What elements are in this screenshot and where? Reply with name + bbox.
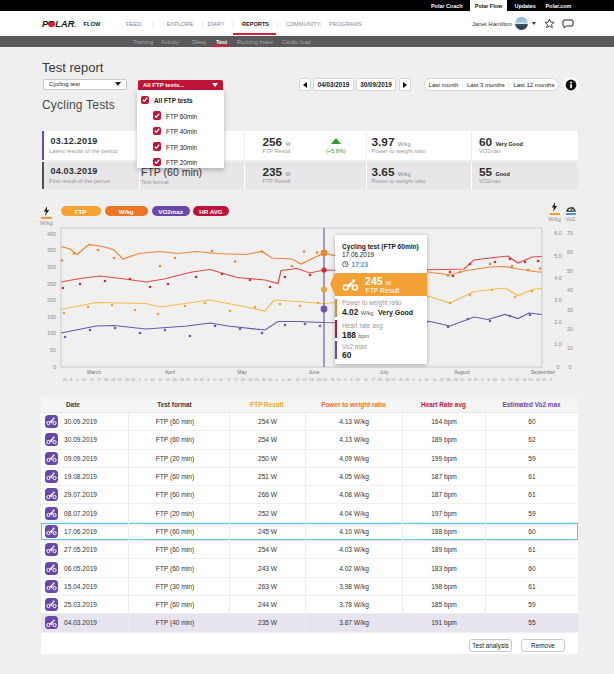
svg-text:4 - 10: 4 - 10 <box>487 378 497 382</box>
svg-text:25 - 3: 25 - 3 <box>63 378 73 382</box>
svg-text:350: 350 <box>47 247 56 253</box>
svg-text:50: 50 <box>567 268 573 274</box>
svg-text:18 - 24: 18 - 24 <box>309 378 321 382</box>
svg-text:11 - 17: 11 - 17 <box>90 378 102 382</box>
svg-text:11 - 17: 11 - 17 <box>227 378 239 382</box>
svg-text:25 - 31: 25 - 31 <box>528 378 540 382</box>
svg-text:11 - 17: 11 - 17 <box>295 378 307 382</box>
svg-text:25 - 3: 25 - 3 <box>542 378 552 382</box>
svg-text:400: 400 <box>47 231 56 237</box>
svg-text:25 - 31: 25 - 31 <box>186 378 198 382</box>
svg-text:2.0: 2.0 <box>554 319 562 325</box>
svg-text:July: July <box>380 369 389 375</box>
svg-text:4 - 10: 4 - 10 <box>282 378 292 382</box>
svg-text:0: 0 <box>53 364 56 370</box>
svg-text:1.0: 1.0 <box>554 341 562 347</box>
svg-text:30: 30 <box>567 307 573 313</box>
svg-text:25 - 3: 25 - 3 <box>405 378 415 382</box>
svg-text:18 - 24: 18 - 24 <box>104 378 116 382</box>
svg-text:June: June <box>309 369 320 375</box>
svg-text:11 - 17: 11 - 17 <box>501 378 513 382</box>
svg-text:August: August <box>454 369 470 375</box>
svg-text:25 - 31: 25 - 31 <box>460 378 472 382</box>
svg-text:40: 40 <box>567 287 573 293</box>
svg-text:11 - 17: 11 - 17 <box>432 378 444 382</box>
svg-text:3.0: 3.0 <box>554 297 562 303</box>
svg-text:300: 300 <box>47 264 56 270</box>
svg-text:25 - 3: 25 - 3 <box>200 378 210 382</box>
svg-text:25 - 3: 25 - 3 <box>474 378 484 382</box>
svg-text:4 - 10: 4 - 10 <box>350 378 360 382</box>
svg-text:70: 70 <box>567 230 573 236</box>
svg-text:11 - 17: 11 - 17 <box>364 378 376 382</box>
svg-text:25 - 31: 25 - 31 <box>254 378 266 382</box>
svg-text:200: 200 <box>47 297 56 303</box>
svg-text:150: 150 <box>47 314 56 320</box>
svg-text:4 - 10: 4 - 10 <box>76 378 86 382</box>
svg-text:5.0: 5.0 <box>554 253 562 259</box>
svg-text:50: 50 <box>50 347 56 353</box>
svg-text:18 - 24: 18 - 24 <box>172 378 184 382</box>
svg-text:4 - 10: 4 - 10 <box>419 378 429 382</box>
svg-text:25 - 31: 25 - 31 <box>323 378 335 382</box>
svg-text:May: May <box>237 369 247 375</box>
svg-text:September: September <box>531 369 556 375</box>
svg-text:60: 60 <box>567 249 573 255</box>
svg-text:25 - 3: 25 - 3 <box>337 378 347 382</box>
svg-text:April: April <box>165 369 175 375</box>
svg-text:10: 10 <box>567 345 573 351</box>
svg-text:18 - 24: 18 - 24 <box>446 378 458 382</box>
svg-text:11 - 17: 11 - 17 <box>158 378 170 382</box>
svg-text:250: 250 <box>47 281 56 287</box>
svg-text:18 - 24: 18 - 24 <box>515 378 527 382</box>
svg-text:4.0: 4.0 <box>554 275 562 281</box>
svg-text:18 - 24: 18 - 24 <box>241 378 253 382</box>
svg-text:4 - 10: 4 - 10 <box>145 378 155 382</box>
svg-text:25 - 31: 25 - 31 <box>117 378 129 382</box>
svg-text:6.0: 6.0 <box>554 230 562 236</box>
svg-text:25 - 3: 25 - 3 <box>268 378 278 382</box>
svg-text:25 - 3: 25 - 3 <box>131 378 141 382</box>
svg-text:18 - 24: 18 - 24 <box>378 378 390 382</box>
svg-text:0: 0 <box>557 364 560 370</box>
svg-text:4 - 10: 4 - 10 <box>213 378 223 382</box>
svg-text:0: 0 <box>569 364 572 370</box>
svg-text:20: 20 <box>567 326 573 332</box>
svg-text:100: 100 <box>47 330 56 336</box>
svg-text:March: March <box>87 369 101 375</box>
svg-text:25 - 31: 25 - 31 <box>391 378 403 382</box>
